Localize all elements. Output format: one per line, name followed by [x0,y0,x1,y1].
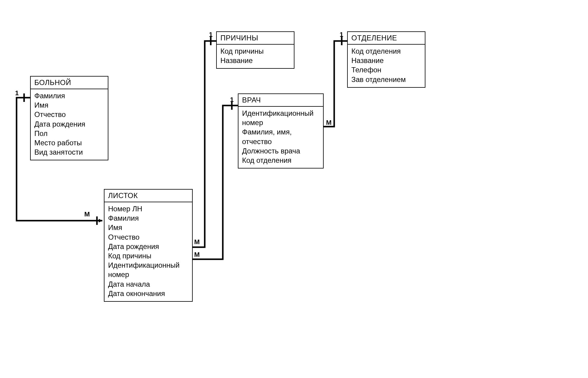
entity-reasons-attrs: Код причины Название [217,45,294,68]
rel-doctor-sheet [193,106,238,259]
entity-sheet-title: ЛИСТОК [104,190,192,202]
attr: Телефон [351,65,421,74]
entity-sheet: ЛИСТОК Номер ЛН Фамилия Имя Отчество Дат… [104,189,193,302]
card-doctor-from-department-many: M [326,119,331,127]
attr: Код причины [108,251,188,260]
attr: Пол [34,129,104,138]
card-sheet-from-reasons-many: M [194,238,200,246]
attr: Идентификационный номер [242,109,319,127]
attr: Код отделения [351,46,421,56]
entity-department-title: ОТДЕЛЕНИЕ [348,32,425,45]
attr: Отчество [34,110,104,119]
entity-patient: БОЛЬНОЙ Фамилия Имя Отчество Дата рожден… [30,76,108,160]
er-diagram: БОЛЬНОЙ Фамилия Имя Отчество Дата рожден… [0,0,588,378]
entity-patient-title: БОЛЬНОЙ [31,77,108,89]
rel-department-doctor [324,41,347,127]
card-department-one: 1 [340,31,343,39]
attr: Имя [108,223,188,232]
attr: Вид занятости [34,147,104,157]
attr: Название [220,56,290,65]
entity-reasons: ПРИЧИНЫ Код причины Название [216,31,294,69]
attr: Код отделения [242,156,319,165]
entity-doctor-title: ВРАЧ [238,94,323,107]
entity-doctor-attrs: Идентификационный номер Фамилия, имя, от… [238,107,323,168]
attr: Дата рождения [108,242,188,251]
entity-sheet-attrs: Номер ЛН Фамилия Имя Отчество Дата рожде… [104,202,192,301]
entity-doctor: ВРАЧ Идентификационный номер Фамилия, им… [238,93,324,169]
attr: Код причины [220,46,290,56]
attr: Имя [34,100,104,110]
entity-department: ОТДЕЛЕНИЕ Код отделения Название Телефон… [347,31,425,88]
card-sheet-from-patient-many: M [84,210,90,218]
attr: Дата рождения [34,119,104,129]
card-doctor-one: 1 [230,96,234,104]
attr: Место работы [34,138,104,147]
attr: Отчество [108,232,188,242]
entity-patient-attrs: Фамилия Имя Отчество Дата рождения Пол М… [31,89,108,160]
attr: Фамилия [108,213,188,223]
attr: Дата начала [108,279,188,289]
attr: Название [351,56,421,65]
card-reasons-one: 1 [209,31,213,39]
attr: Зав отделением [351,75,421,84]
card-patient-one: 1 [15,89,19,97]
attr: Идентификационный номер [108,260,188,279]
attr: Дата окнончания [108,289,188,298]
entity-reasons-title: ПРИЧИНЫ [217,32,294,45]
entity-department-attrs: Код отделения Название Телефон Зав отдел… [348,45,425,87]
attr: Фамилия [34,91,104,100]
attr: Номер ЛН [108,204,188,213]
attr: Должность врача [242,146,319,156]
rel-reasons-sheet [193,41,216,247]
attr: Фамилия, имя, отчество [242,127,319,146]
card-sheet-from-doctor-many: M [194,251,200,259]
